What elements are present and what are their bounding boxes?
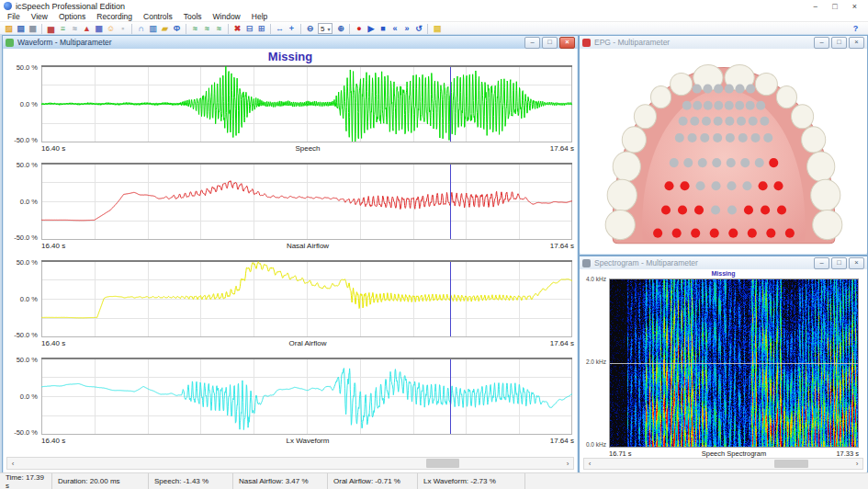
spectrogram-maximize-button[interactable]: □	[831, 257, 847, 269]
waveform-close-button[interactable]: ×	[559, 37, 575, 49]
fast-forward-icon[interactable]: »	[400, 23, 412, 34]
panel-title: Oral Airflow	[106, 339, 510, 347]
open-file-icon[interactable]: ▨	[3, 23, 15, 34]
epg-electrode-r5-c8	[769, 158, 778, 167]
layout-icon[interactable]: ▥	[147, 23, 159, 34]
stop-icon[interactable]: ■	[377, 23, 389, 34]
spectrogram-scrollbar[interactable]: ‹ ›	[583, 458, 863, 470]
epg-electrode-r8-c5	[728, 229, 738, 238]
zoom-in-icon[interactable]: ⊕	[334, 23, 346, 34]
save-file-icon[interactable]: ▤	[15, 23, 27, 34]
fit-width-icon[interactable]: ↔	[274, 23, 286, 34]
phonetics-icon[interactable]: Φ	[171, 23, 183, 34]
waveform-window-title: Waveform - Multiparameter	[17, 38, 112, 47]
waveform-panel-speech: 50.0 %0.0 %-50.0 %	[6, 65, 574, 142]
time-end-label: 17.64 s	[510, 437, 574, 445]
delete-icon[interactable]: ✖	[231, 23, 243, 34]
print-icon[interactable]: ▦	[27, 23, 39, 34]
menu-item-view[interactable]: View	[26, 12, 53, 21]
levels-icon[interactable]: ≡	[57, 23, 69, 34]
snapshot-icon[interactable]: ∩	[135, 23, 147, 34]
menu-item-tools[interactable]: Tools	[178, 12, 208, 21]
scroll-left-icon[interactable]: ‹	[7, 460, 18, 468]
epg-electrode-r5-c4	[712, 158, 721, 167]
status-cell-3: Nasal Airflow: 3.47 %	[233, 473, 328, 489]
y-axis-min-label: -50.0 %	[14, 136, 38, 144]
status-cell-5: Lx Waveform: -2.73 %	[418, 473, 525, 489]
waveform-scroll-thumb[interactable]	[426, 459, 459, 468]
annotate-icon[interactable]: ▰	[159, 23, 171, 34]
pitch-marker-icon[interactable]: ▲	[81, 23, 93, 34]
waveform-panel-nasal-airflow: 50.0 %0.0 %-50.0 %	[6, 163, 574, 240]
epg-electrode-r2-c7	[745, 101, 754, 110]
waveform-minimize-button[interactable]: –	[524, 37, 540, 49]
split-horizontal-icon[interactable]: ⊟	[243, 23, 255, 34]
minimize-button[interactable]: −	[813, 2, 817, 11]
record-icon[interactable]: ●	[353, 23, 365, 34]
freq-label-bottom: 0.0 kHz	[581, 441, 606, 448]
epg-electrode-r8-c2	[671, 229, 681, 238]
close-button[interactable]: ×	[852, 2, 857, 11]
center-cursor-icon[interactable]: +	[286, 23, 298, 34]
bar-chart-icon[interactable]: ▅	[45, 23, 57, 34]
waveform-plot-lx-waveform[interactable]	[41, 358, 572, 435]
waveform-plot-speech[interactable]	[41, 65, 572, 142]
titlebar[interactable]: icSpeech Professional Edition − □ ×	[0, 0, 868, 12]
epg-electrode-r2-c3	[703, 101, 712, 110]
spectrogram-plot[interactable]	[609, 279, 859, 448]
x-axis: 16.40 sOral Airflow17.64 s	[6, 337, 574, 349]
epg-electrode-r5-c3	[697, 158, 706, 167]
epg-electrode-r4-c3	[700, 133, 709, 142]
statusbar: Time: 17.39 sDuration: 20.00 msSpeech: -…	[0, 472, 868, 489]
menu-item-help[interactable]: Help	[246, 12, 273, 21]
split-vertical-icon[interactable]: ⊞	[255, 23, 267, 34]
play-icon[interactable]: ▶	[365, 23, 377, 34]
y-axis-max-label: 50.0 %	[17, 63, 38, 72]
epg-window-icon	[582, 39, 591, 47]
menu-item-controls[interactable]: Controls	[138, 12, 178, 21]
import-wave-icon[interactable]: ≈	[189, 23, 201, 34]
spectrogram-window-titlebar[interactable]: Spectrogram - Multiparameter – □ ×	[580, 256, 867, 269]
grid-display-icon[interactable]: ▦	[93, 23, 105, 34]
zoom-level-dropdown[interactable]: 5▾	[318, 23, 333, 34]
epg-electrode-r2-c1	[682, 101, 691, 110]
epg-maximize-button[interactable]: □	[831, 37, 847, 49]
epg-close-button[interactable]: ×	[849, 37, 864, 49]
help-icon[interactable]: ?	[850, 23, 862, 34]
menu-item-file[interactable]: File	[2, 12, 26, 21]
maximize-button[interactable]: □	[832, 2, 837, 11]
disabled-module-icon[interactable]: ▪	[117, 23, 129, 34]
waveform-restore-button[interactable]: □	[542, 37, 558, 49]
menu-item-options[interactable]: Options	[53, 12, 91, 21]
games-icon[interactable]: ☺	[105, 23, 117, 34]
epg-electrode-r6-c4	[711, 181, 720, 190]
spectrogram-close-button[interactable]: ×	[849, 257, 864, 269]
spectrogram-scroll-track[interactable]	[595, 459, 851, 469]
plot-area	[41, 65, 574, 142]
time-start-label: 16.40 s	[41, 437, 106, 445]
loop-icon[interactable]: ↺	[412, 23, 424, 34]
zoom-out-icon[interactable]: ⊖	[304, 23, 316, 34]
menu-item-recording[interactable]: Recording	[91, 12, 138, 21]
waveform-plot-nasal-airflow[interactable]	[41, 163, 572, 240]
wave-display-icon[interactable]: ≈	[69, 23, 81, 34]
sync-wave-icon[interactable]: ≈	[213, 23, 225, 34]
rewind-icon[interactable]: «	[389, 23, 400, 34]
epg-electrode-r1-c3	[714, 85, 723, 94]
notes-icon[interactable]: ▤	[431, 23, 443, 34]
waveform-scroll-track[interactable]	[18, 458, 562, 469]
waveform-window: Waveform - Multiparameter – □ × Missing …	[2, 35, 579, 474]
app-title: icSpeech Professional Edition	[16, 2, 125, 11]
spec-scroll-right-icon[interactable]: ›	[851, 460, 862, 468]
spec-scroll-left-icon[interactable]: ‹	[584, 460, 595, 468]
scroll-right-icon[interactable]: ›	[562, 460, 573, 468]
menu-item-window[interactable]: Window	[208, 12, 246, 21]
waveform-window-titlebar[interactable]: Waveform - Multiparameter – □ ×	[3, 36, 578, 49]
waveform-plot-oral-airflow[interactable]	[41, 260, 572, 337]
spectrogram-scroll-thumb[interactable]	[774, 460, 807, 468]
spectrogram-minimize-button[interactable]: –	[814, 257, 829, 269]
epg-window-titlebar[interactable]: EPG - Multiparameter – □ ×	[580, 36, 867, 49]
epg-minimize-button[interactable]: –	[814, 37, 829, 49]
export-wave-icon[interactable]: ≈	[201, 23, 213, 34]
waveform-scrollbar[interactable]: ‹ ›	[6, 457, 574, 470]
